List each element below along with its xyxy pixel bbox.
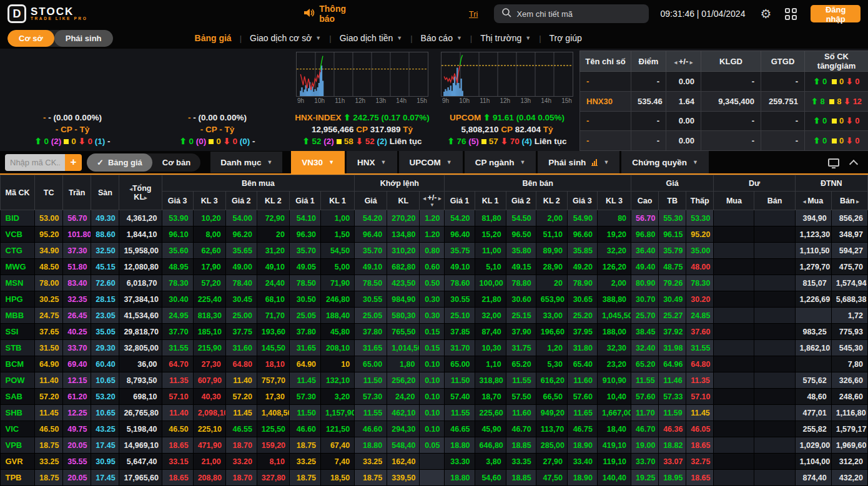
column-header[interactable]: Giá 2 (506, 192, 536, 210)
column-header[interactable]: Giá 3 (567, 192, 597, 210)
board-row-SHB[interactable]: SHB11.4512.2510.6526,765,8011.402,098,10… (1, 405, 868, 421)
column-header[interactable]: KL 2 (257, 192, 289, 210)
column-header[interactable]: Cao (631, 192, 659, 210)
cell-match_price: 25.05 (355, 308, 387, 324)
column-header[interactable]: KL 1 (321, 192, 355, 210)
board-row-SSI[interactable]: SSI37.6540.2535.0529,818,7037.70185,1037… (1, 324, 868, 340)
column-header[interactable]: Bán ▸ (831, 192, 867, 210)
chevron-down-icon: ▼ (315, 35, 321, 41)
cell-p2: 96.20 (225, 226, 257, 243)
column-header[interactable]: Sàn (91, 175, 119, 210)
column-header[interactable]: Bán (754, 192, 795, 210)
cell-v1: 208,10 (321, 340, 355, 356)
board-row-MBB[interactable]: MBB24.7526.4523.0541,534,6024.95818,3025… (1, 308, 868, 324)
cell-s2: 65.20 (506, 356, 536, 372)
cell-change: 0.50 (420, 275, 445, 291)
segment-active[interactable]: Cơ sở (7, 30, 54, 47)
notification-button[interactable]: Thông báo (304, 4, 350, 24)
index-table-header[interactable]: ◂ +/- ▸ (666, 51, 701, 72)
board-row-CTG[interactable]: CTG34.9037.3032.5015,958,0035.6062,6035.… (1, 243, 868, 259)
index-table-row[interactable]: --0.00--⬆ 0 0 ⬇ 0 (580, 111, 868, 131)
column-header[interactable]: Giá 1 (445, 192, 475, 210)
board-row-GVR[interactable]: GVR33.2535.5530.955,647,4033.1521,0033.2… (1, 454, 868, 470)
tab-VN30[interactable]: VN30▼ (291, 151, 345, 173)
column-header[interactable]: KL 1 (475, 192, 506, 210)
index-panel[interactable]: 9h10h11h12h13h14h15hUPCOM ⬆ 91.61 (0.04 … (435, 49, 579, 151)
column-header[interactable]: KL 2 (536, 192, 567, 210)
menu-item[interactable]: Báo cáo▼ (413, 33, 470, 43)
column-header[interactable]: KL 3 (193, 192, 225, 210)
board-row-MSN[interactable]: MSN78.0083.4072.606,018,7078.3057,2078.4… (1, 275, 868, 291)
board-row-SAB[interactable]: SAB57.2061.2053.20698,1057.1040,3057.201… (1, 389, 868, 405)
column-header[interactable]: Giá 1 (289, 192, 320, 210)
tab-HNX[interactable]: HNX▼ (347, 151, 397, 173)
watchlist-dropdown[interactable]: Danh mục ▼ (210, 152, 282, 173)
collapse-chevron-up-icon[interactable] (849, 159, 858, 168)
cell-p2: 37.75 (225, 324, 257, 340)
cell-p2: 35.65 (225, 243, 257, 259)
menu-item[interactable]: Bảng giá (187, 33, 240, 43)
tab-UPCOM[interactable]: UPCOM▼ (399, 151, 463, 173)
tab-Phái sinh[interactable]: Phái sinh▼ (538, 151, 619, 173)
menu-item[interactable]: Giao dịch cơ sở▼ (242, 33, 329, 43)
cell-avg: 37.92 (659, 324, 686, 340)
cell-p3: 64.70 (162, 356, 193, 372)
index-table-row[interactable]: HNX30535.461.649,345,400259.751⬆ 8 8 ⬇ 1… (580, 91, 868, 111)
menu-item[interactable]: Trợ giúp (541, 33, 590, 43)
cell-v1: 45,80 (321, 324, 355, 340)
index-table-row[interactable]: --0.00--⬆ 0 0 ⬇ 0 (580, 131, 868, 151)
column-header[interactable]: TC (35, 175, 63, 210)
index-panel[interactable]: 9h10h11h12h13h14h15hHNX-INDEX ⬆ 242.75 (… (290, 49, 435, 151)
column-header[interactable]: Thấp (686, 192, 714, 210)
index-table-row[interactable]: --0.00--⬆ 0 0 ⬇ 0 (580, 72, 868, 92)
tab-CP ngành[interactable]: CP ngành▼ (465, 151, 536, 173)
search-box[interactable] (494, 4, 649, 23)
cell-res_sell (754, 454, 795, 470)
board-row-MWG[interactable]: MWG48.5051.8045.1512,080,8048.9517,9049.… (1, 259, 868, 275)
cell-match_vol: 423,50 (387, 275, 420, 291)
column-header[interactable]: ◂Tổng KL▸ (119, 175, 162, 210)
fullscreen-monitor-icon[interactable] (828, 158, 839, 167)
marquee-text[interactable]: Tri (469, 9, 488, 19)
symbol-input[interactable] (5, 154, 65, 171)
search-input[interactable] (516, 9, 641, 19)
board-row-VCB[interactable]: VCB95.20101.8088.601,844,1096.108,0096.2… (1, 226, 868, 243)
add-symbol-button[interactable]: + (65, 154, 82, 171)
settings-gear-icon[interactable]: ⚙ (756, 7, 775, 20)
column-header[interactable]: ◂ +/- ▸▼ (420, 192, 445, 210)
board-row-BID[interactable]: BID53.0056.7049.304,361,2053.9010,2054.0… (1, 210, 868, 226)
login-button[interactable]: Đăng nhập (811, 5, 861, 22)
apps-grid-icon[interactable] (781, 8, 801, 20)
board-row-HPG[interactable]: HPG30.2532.3528.1537,384,1030.40225,4030… (1, 291, 868, 308)
column-header[interactable]: Trần (63, 175, 91, 210)
cell-ceil: 40.25 (63, 324, 91, 340)
column-header[interactable]: Mua (714, 192, 754, 210)
column-header[interactable]: Giá 2 (225, 192, 257, 210)
board-row-POW[interactable]: POW11.4012.1510.658,793,5011.35607,9011.… (1, 372, 868, 389)
board-row-VIC[interactable]: VIC46.5049.7543.255,198,4046.50225,1046.… (1, 421, 868, 437)
index-panel[interactable]: - - (0.00 0.00%)- CP - Tỷ⬆ 0 (2)0 ⬇ 0 (1… (0, 49, 145, 151)
cell-ceil: 101.80 (63, 226, 91, 243)
cell-v3: 17,90 (193, 259, 225, 275)
view-segment[interactable]: Cơ bản (152, 153, 200, 172)
board-row-TPB[interactable]: TPB18.7520.0517.4517,965,6018.65208,8018… (1, 470, 868, 486)
board-row-VPB[interactable]: VPB18.7520.0517.4514,969,1018.65471,9018… (1, 437, 868, 454)
board-row-BCM[interactable]: BCM64.9069.4060.4036,0064.7027,3064.8018… (1, 356, 868, 372)
cell-v3: 215,90 (193, 340, 225, 356)
menu-item[interactable]: Giao dịch tiền▼ (332, 33, 411, 43)
index-panel[interactable]: - - (0.00 0.00%)- CP - Tỷ⬆ 0 (0)0 ⬇ 0 (0… (145, 49, 290, 151)
segment-inactive[interactable]: Phái sinh (54, 30, 113, 47)
column-header[interactable]: Giá (355, 192, 387, 210)
column-header[interactable]: TB (659, 192, 686, 210)
cell-ceil: 20.05 (63, 437, 91, 454)
view-segment[interactable]: ✓Bảng giá (87, 153, 152, 172)
column-header[interactable]: Mã CK (1, 175, 35, 210)
tab-Chứng quyền[interactable]: Chứng quyền▼ (621, 151, 709, 173)
column-header[interactable]: ◂ Mua (795, 192, 831, 210)
board-row-STB[interactable]: STB31.5033.7029.3032,805,0031.55215,9031… (1, 340, 868, 356)
column-header[interactable]: KL 3 (597, 192, 631, 210)
column-header[interactable]: Giá 3 (162, 192, 193, 210)
column-header[interactable]: KL (387, 192, 420, 210)
menu-item[interactable]: Thị trường▼ (472, 33, 539, 43)
cell-sv3: 1,667,00 (597, 405, 631, 421)
